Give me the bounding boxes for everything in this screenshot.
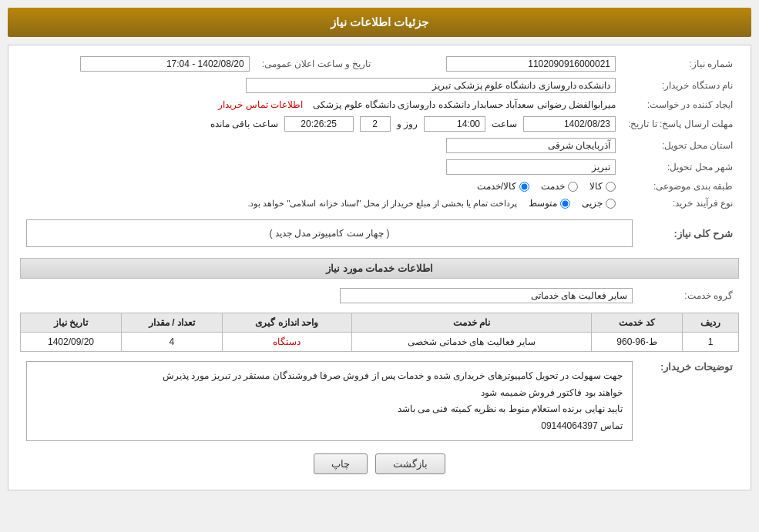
category-radio1-label: کالا bbox=[589, 181, 603, 192]
cell-service-name: سایر فعالیت های خدماتی شخصی bbox=[351, 333, 592, 352]
col-row-num: ردیف bbox=[682, 313, 738, 333]
print-button[interactable]: چاپ bbox=[314, 453, 368, 474]
purchase-type-radio1-input[interactable] bbox=[606, 199, 616, 209]
contact-link[interactable]: اطلاعات تماس خریدار bbox=[218, 99, 303, 110]
cell-service-code: ط-96-960 bbox=[592, 333, 683, 352]
buyer-notes-line: تایید نهایی برنده استعلام منوط به نظریه … bbox=[36, 401, 623, 418]
services-section-title: اطلاعات خدمات مورد نیاز bbox=[20, 258, 739, 279]
cell-date: 1402/09/20 bbox=[21, 333, 122, 352]
description-value: ( چهار ست کامپیوتر مدل جدید ) bbox=[26, 219, 633, 247]
purchase-type-note: پرداخت تمام یا بخشی از مبلغ خریدار از مح… bbox=[247, 199, 517, 209]
deadline-days-label: روز و bbox=[397, 119, 418, 129]
purchase-type-radio1-label: جزیی bbox=[582, 198, 603, 209]
need-number-label: شماره نیاز: bbox=[622, 53, 739, 75]
page-title: جزئیات اطلاعات نیاز bbox=[331, 15, 428, 28]
category-radio-both-input[interactable] bbox=[519, 182, 529, 192]
cell-quantity: 4 bbox=[121, 333, 222, 352]
buyer-notes-label: توضیحات خریدار: bbox=[639, 358, 739, 444]
buyer-notes-line: خواهند بود فاکتور فروش ضمیمه شود bbox=[36, 385, 623, 402]
category-radio2-label: خدمت bbox=[541, 181, 565, 192]
deadline-remaining: 20:26:25 bbox=[284, 116, 354, 132]
buttons-row: بازگشت چاپ bbox=[20, 453, 739, 474]
city-label: شهر محل تحویل: bbox=[622, 156, 739, 178]
col-quantity: تعداد / مقدار bbox=[121, 313, 222, 333]
deadline-date: 1402/08/23 bbox=[523, 116, 616, 132]
category-label: طبقه بندی موضوعی: bbox=[622, 178, 739, 195]
need-number-value: 1102090916000021 bbox=[446, 56, 616, 72]
col-unit: واحد اندازه گیری bbox=[222, 313, 351, 333]
col-date: تاریخ نیاز bbox=[21, 313, 122, 333]
service-group-label: گروه خدمت: bbox=[639, 285, 739, 306]
category-radio-khedmat: خدمت bbox=[541, 181, 578, 192]
date-label: تاریخ و ساعت اعلان عمومی: bbox=[256, 53, 387, 75]
deadline-time: 14:00 bbox=[424, 116, 485, 132]
deadline-time-label: ساعت bbox=[492, 119, 517, 129]
purchase-type-radio2-input[interactable] bbox=[560, 199, 570, 209]
buyer-name-value: دانشکده داروسازی دانشگاه علوم پزشکی تبری… bbox=[246, 78, 616, 93]
category-radio-both: کالا/خدمت bbox=[477, 181, 529, 192]
service-group-value: سایر فعالیت های خدماتی bbox=[340, 288, 633, 303]
buyer-notes-line: جهت سهولت در تحویل کامپیوترهای خریداری ش… bbox=[36, 368, 623, 385]
creator-value: میرابوالفضل رضوانی سعدآباد حسابدار دانشک… bbox=[313, 99, 616, 110]
description-section-label: شرح کلی نیاز: bbox=[639, 216, 739, 250]
buyer-notes-box: جهت سهولت در تحویل کامپیوترهای خریداری ش… bbox=[26, 361, 633, 441]
table-row: 1 ط-96-960 سایر فعالیت های خدماتی شخصی د… bbox=[21, 333, 739, 352]
buyer-name-label: نام دستگاه خریدار: bbox=[622, 75, 739, 96]
col-service-code: کد خدمت bbox=[592, 313, 683, 333]
purchase-type-radio2: متوسط bbox=[529, 198, 570, 209]
category-radio-kala: کالا bbox=[589, 181, 616, 192]
page-header: جزئیات اطلاعات نیاز bbox=[8, 8, 751, 37]
category-radio3-label: کالا/خدمت bbox=[477, 181, 516, 192]
col-service-name: نام خدمت bbox=[351, 313, 592, 333]
deadline-remaining-suffix: ساعت باقی مانده bbox=[210, 119, 278, 129]
category-radio-kala-input[interactable] bbox=[606, 182, 616, 192]
cell-row-num: 1 bbox=[682, 333, 738, 352]
date-value: 1402/08/20 - 17:04 bbox=[80, 56, 250, 72]
cell-unit: دستگاه bbox=[222, 333, 351, 352]
province-value: آذربایجان شرقی bbox=[446, 138, 616, 153]
creator-label: ایجاد کننده در خواست: bbox=[622, 96, 739, 113]
city-value: تبریز bbox=[446, 159, 616, 175]
deadline-days: 2 bbox=[360, 116, 391, 132]
back-button[interactable]: بازگشت bbox=[375, 453, 445, 474]
province-label: استان محل تحویل: bbox=[622, 135, 739, 156]
deadline-label: مهلت ارسال پاسخ: تا تاریخ: bbox=[622, 113, 739, 135]
purchase-type-radio1: جزیی bbox=[582, 198, 616, 209]
purchase-type-radio2-label: متوسط bbox=[529, 198, 557, 209]
buyer-notes-line: تماس 09144064397 bbox=[36, 418, 623, 435]
category-radio-khedmat-input[interactable] bbox=[568, 182, 578, 192]
purchase-type-label: نوع فرآیند خرید: bbox=[622, 195, 739, 212]
